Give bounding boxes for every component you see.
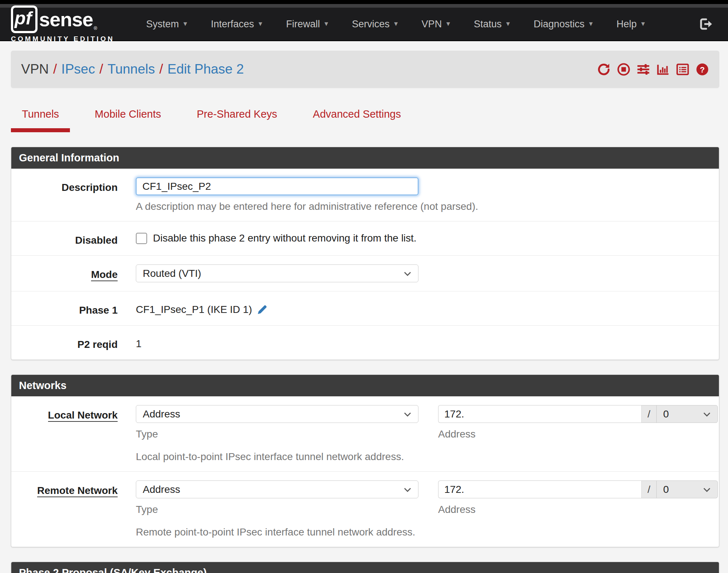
stop-icon[interactable] xyxy=(617,63,630,76)
menu-help-label: Help xyxy=(617,19,637,30)
ipsec-tabs: Tunnels Mobile Clients Pre-Shared Keys A… xyxy=(11,104,728,132)
caret-down-icon: ▼ xyxy=(640,20,646,28)
menu-status-label: Status xyxy=(474,19,502,30)
menu-help[interactable]: Help▼ xyxy=(605,19,657,30)
panel-networks-title: Networks xyxy=(11,375,719,396)
bar-chart-icon[interactable] xyxy=(656,63,670,76)
caret-down-icon: ▼ xyxy=(257,20,264,28)
caret-down-icon: ▼ xyxy=(182,20,188,28)
menu-status[interactable]: Status▼ xyxy=(463,19,522,30)
remote-network-type-help: Type xyxy=(136,504,418,515)
row-p2reqid: P2 reqid 1 xyxy=(11,326,719,360)
breadcrumb: VPN / IPsec / Tunnels / Edit Phase 2 xyxy=(21,62,244,77)
caret-down-icon: ▼ xyxy=(505,20,511,28)
breadcrumb-link-ipsec[interactable]: IPsec xyxy=(61,62,95,77)
remote-network-prefix-select[interactable]: 0 xyxy=(657,480,718,498)
row-phase1: Phase 1 CF1_IPsec_P1 (IKE ID 1) xyxy=(11,291,719,326)
local-network-prefix-select[interactable]: 0 xyxy=(657,405,718,423)
p2reqid-label: P2 reqid xyxy=(11,334,118,351)
breadcrumb-section: VPN xyxy=(21,62,49,77)
chevron-down-icon xyxy=(703,487,711,492)
remote-network-type-value: Address xyxy=(143,484,180,495)
panel-phase2-proposal-title: Phase 2 Proposal (SA/Key Exchange) xyxy=(11,562,719,573)
local-network-type-value: Address xyxy=(143,408,180,420)
menu-services[interactable]: Services▼ xyxy=(341,19,410,30)
panel-general-information: General Information Description A descri… xyxy=(11,147,719,360)
refresh-icon[interactable] xyxy=(597,63,611,76)
local-network-address-help: Address xyxy=(438,428,718,440)
remote-network-address-input[interactable] xyxy=(438,480,641,498)
tab-mobile-clients[interactable]: Mobile Clients xyxy=(84,104,172,132)
pfsense-logo-pf: pf xyxy=(11,5,38,33)
tab-advanced-settings[interactable]: Advanced Settings xyxy=(302,104,412,132)
edit-pencil-icon[interactable] xyxy=(256,304,268,315)
sliders-icon[interactable] xyxy=(637,63,650,76)
remote-network-label-text: Remote Network xyxy=(37,485,118,497)
remote-network-prefix-value: 0 xyxy=(663,484,669,495)
row-disabled: Disabled Disable this phase 2 entry with… xyxy=(11,221,719,256)
chevron-down-icon xyxy=(404,271,412,276)
tab-tunnels-label: Tunnels xyxy=(11,104,70,120)
svg-text:?: ? xyxy=(700,65,705,74)
main-menu: System▼ Interfaces▼ Firewall▼ Services▼ … xyxy=(135,19,657,30)
description-input[interactable] xyxy=(136,177,418,195)
disabled-checkbox[interactable] xyxy=(136,233,147,244)
breadcrumb-separator: / xyxy=(159,62,163,77)
menu-firewall-label: Firewall xyxy=(286,19,320,30)
disabled-label: Disabled xyxy=(11,230,118,247)
pfsense-logo-sense: sense xyxy=(39,8,93,31)
local-network-type-select[interactable]: Address xyxy=(136,405,418,423)
breadcrumb-separator: / xyxy=(99,62,103,77)
menu-vpn[interactable]: VPN▼ xyxy=(410,19,463,30)
menu-interfaces[interactable]: Interfaces▼ xyxy=(200,19,275,30)
pfsense-logo[interactable]: pf sense ® COMMUNITY EDITION xyxy=(11,5,114,43)
caret-down-icon: ▼ xyxy=(588,20,594,28)
breadcrumb-bar: VPN / IPsec / Tunnels / Edit Phase 2 xyxy=(11,51,719,88)
phase1-value: CF1_IPsec_P1 (IKE ID 1) xyxy=(136,304,252,315)
chevron-down-icon xyxy=(703,412,711,417)
panel-networks: Networks Local Network Address Type / xyxy=(11,374,719,547)
menu-diagnostics-label: Diagnostics xyxy=(534,19,585,30)
tab-underline-placeholder xyxy=(302,128,412,132)
top-navbar: pf sense ® COMMUNITY EDITION System▼ Int… xyxy=(0,8,728,41)
p2reqid-value: 1 xyxy=(136,338,142,350)
breadcrumb-link-edit-phase-2[interactable]: Edit Phase 2 xyxy=(168,62,244,77)
help-icon[interactable]: ? xyxy=(696,63,709,76)
breadcrumb-link-tunnels[interactable]: Tunnels xyxy=(107,62,155,77)
tab-mobile-clients-label: Mobile Clients xyxy=(84,104,172,120)
caret-down-icon: ▼ xyxy=(445,20,451,28)
local-network-prefix-value: 0 xyxy=(663,408,669,420)
active-tab-underline xyxy=(11,128,70,132)
local-network-address-input[interactable] xyxy=(438,405,641,423)
row-local-network: Local Network Address Type / 0 xyxy=(11,396,719,472)
mode-select[interactable]: Routed (VTI) xyxy=(136,264,418,282)
pfsense-logo-subtitle: COMMUNITY EDITION xyxy=(11,35,114,43)
pfsense-logo-main: pf sense ® xyxy=(11,5,114,33)
menu-interfaces-label: Interfaces xyxy=(211,19,254,30)
tab-pre-shared-keys[interactable]: Pre-Shared Keys xyxy=(186,104,288,132)
caret-down-icon: ▼ xyxy=(393,20,399,28)
menu-diagnostics[interactable]: Diagnostics▼ xyxy=(522,19,605,30)
chevron-down-icon xyxy=(404,487,412,492)
local-network-type-help: Type xyxy=(136,428,418,440)
row-mode: Mode Routed (VTI) xyxy=(11,256,719,291)
tab-tunnels[interactable]: Tunnels xyxy=(11,104,70,132)
row-description: Description A description may be entered… xyxy=(11,169,719,221)
caret-down-icon: ▼ xyxy=(323,20,329,28)
remote-network-type-select[interactable]: Address xyxy=(136,480,418,498)
log-list-icon[interactable] xyxy=(676,63,689,76)
description-label: Description xyxy=(11,177,118,212)
menu-system-label: System xyxy=(146,19,179,30)
remote-network-help: Remote point-to-point IPsec interface tu… xyxy=(136,526,718,538)
chevron-down-icon xyxy=(404,412,412,417)
menu-system[interactable]: System▼ xyxy=(135,19,200,30)
breadcrumb-separator: / xyxy=(53,62,57,77)
menu-firewall[interactable]: Firewall▼ xyxy=(275,19,341,30)
local-network-label-text: Local Network xyxy=(48,409,118,422)
disabled-checkbox-label: Disable this phase 2 entry without remov… xyxy=(153,232,417,244)
sign-out-icon[interactable] xyxy=(699,18,713,30)
remote-network-slash-addon: / xyxy=(641,480,657,498)
remote-network-label: Remote Network xyxy=(11,480,118,538)
phase1-label: Phase 1 xyxy=(11,300,118,317)
local-network-slash-addon: / xyxy=(641,405,657,423)
